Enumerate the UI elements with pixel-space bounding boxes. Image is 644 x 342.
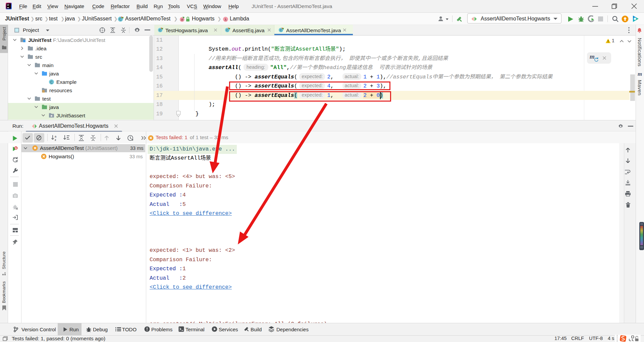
svg-text:a: a	[55, 135, 57, 138]
svg-text:C: C	[280, 28, 282, 32]
svg-text:C: C	[226, 28, 228, 32]
svg-text:z: z	[55, 138, 56, 141]
svg-text:9: 9	[15, 146, 17, 150]
svg-text:C: C	[50, 80, 53, 84]
svg-text:C: C	[119, 17, 121, 21]
svg-text:C: C	[159, 28, 161, 32]
svg-text:m: m	[181, 18, 183, 22]
svg-text:λ: λ	[225, 17, 227, 21]
